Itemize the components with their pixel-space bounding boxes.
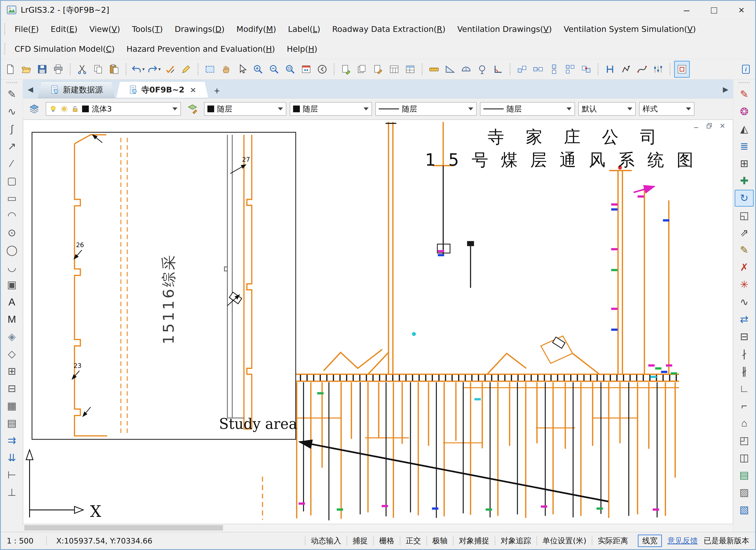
zoom-out-button[interactable]	[266, 61, 282, 78]
arc-start-button[interactable]: ◠	[2, 207, 21, 224]
array-copy-3-button[interactable]	[546, 61, 562, 78]
select-cursor-button[interactable]	[234, 61, 250, 78]
tab-close-icon[interactable]: ×	[190, 85, 196, 94]
move-button[interactable]: ✚	[735, 172, 754, 189]
circle-center-button[interactable]: ⊙	[2, 224, 21, 241]
spline-curve-button[interactable]: ∫	[2, 121, 21, 137]
construction-line-button[interactable]: ∕	[2, 155, 21, 172]
point-star-button[interactable]: ✳	[735, 276, 754, 293]
print-button[interactable]	[50, 61, 66, 78]
insert-grid-button[interactable]: ⊞	[2, 363, 21, 380]
info-help-button[interactable]: i	[738, 61, 754, 78]
status-toggle-[interactable]: 动态输入	[307, 536, 345, 546]
layer-select[interactable]: 流体3	[46, 102, 181, 116]
trim-box-button[interactable]: ⊟	[735, 328, 754, 345]
quad-corner-button[interactable]: ◰	[735, 432, 754, 449]
array-copy-4-button[interactable]	[562, 61, 578, 78]
minimize-icon[interactable]: –	[673, 2, 700, 18]
text-single-button[interactable]: A	[2, 294, 21, 310]
status-toggle-[interactable]: 对象捕捉	[455, 536, 494, 546]
erase-cross-button[interactable]: ✗	[735, 259, 754, 276]
text-style-select[interactable]: 样式	[639, 102, 694, 116]
menu-cfd-simulation-model-c[interactable]: CFD Simulation Model(C)	[9, 44, 121, 54]
menu-drawings-d[interactable]: Drawings(D)	[169, 24, 231, 34]
previous-view-button[interactable]	[314, 61, 330, 78]
measure-angle-button[interactable]	[490, 61, 506, 78]
maximize-icon[interactable]: □	[700, 2, 728, 18]
tab-scroll-left-icon[interactable]: ◀	[23, 80, 38, 98]
match-check-button[interactable]	[162, 61, 178, 78]
status-toggle-[interactable]: 捕捉	[348, 536, 372, 546]
adjust-sliders-button[interactable]	[650, 61, 666, 78]
array-copy-1-button[interactable]	[514, 61, 530, 78]
copy-button[interactable]	[90, 61, 106, 78]
arc-button[interactable]: ◡	[2, 259, 21, 276]
section-beam-button[interactable]	[602, 61, 618, 78]
layer-manager-button[interactable]	[26, 101, 42, 117]
polygon-home-button[interactable]: ⌂	[735, 415, 754, 432]
tab-scroll-right-icon[interactable]: ▶	[718, 80, 733, 98]
corner-neg-button[interactable]: ⌐	[735, 397, 754, 414]
tab-[interactable]: 新建数据源	[38, 81, 115, 98]
table-grid-button[interactable]: ▦	[2, 397, 21, 414]
dimension-horizontal-button[interactable]: ⊢	[2, 467, 21, 484]
save-file-button[interactable]	[34, 61, 50, 78]
measure-ruler-button[interactable]	[426, 61, 442, 78]
new-file-button[interactable]	[2, 61, 18, 78]
array-copy-red-button[interactable]	[578, 61, 594, 78]
child-close-icon[interactable]	[718, 122, 727, 130]
break-line-button[interactable]: ∤	[735, 345, 754, 362]
status-toggle-[interactable]: 栅格	[375, 536, 399, 546]
open-file-button[interactable]	[18, 61, 34, 78]
measure-slope-button[interactable]	[442, 61, 458, 78]
tab-0f9b-2[interactable]: 寺0F9B~2×	[116, 81, 208, 98]
status-toggle-[interactable]: 实际距离	[594, 536, 632, 546]
horizontal-scrollbar[interactable]	[23, 524, 733, 532]
array-vertical-button[interactable]: ⇊	[2, 449, 21, 466]
break-parallel-button[interactable]: ∦	[735, 363, 754, 380]
hatch-dense-button[interactable]: ▨	[735, 484, 754, 501]
menu-ventilation-system-simulation-v[interactable]: Ventilation System Simulation(V)	[558, 24, 702, 34]
grid-display-button[interactable]	[674, 61, 690, 78]
plot-style-select[interactable]: 默认	[578, 102, 636, 116]
menu-roadway-data-extraction-r[interactable]: Roadway Data Extraction(R)	[326, 24, 451, 34]
lineweight-toggle[interactable]: 线宽	[638, 535, 662, 547]
color-select[interactable]: 随层	[204, 102, 286, 116]
freehand-wave-button[interactable]: ∿	[2, 103, 21, 120]
array-horizontal-button[interactable]: ⇉	[2, 432, 21, 449]
array-copy-2-button[interactable]	[530, 61, 546, 78]
rounded-rect-button[interactable]: ▢	[2, 172, 21, 189]
export-page-button[interactable]: ⇗	[735, 224, 754, 241]
doc-stack-button[interactable]	[354, 61, 370, 78]
measure-plumb-button[interactable]	[474, 61, 490, 78]
pan-button[interactable]	[218, 61, 234, 78]
curve-fit-button[interactable]	[634, 61, 650, 78]
feedback-link[interactable]: 意见反馈	[667, 536, 698, 546]
drawing-canvas[interactable]: 寺家庄公司 15号煤层通风系统图	[23, 120, 733, 524]
new-tab-button[interactable]: +	[210, 83, 224, 98]
dimension-vertical-button[interactable]: ⊥	[2, 484, 21, 501]
rotate-button[interactable]: ↻	[735, 190, 754, 207]
scale-corner-button[interactable]: ◱	[735, 207, 754, 224]
box-3d-button[interactable]: ◫	[735, 449, 754, 466]
menu-help-h[interactable]: Help(H)	[281, 44, 323, 54]
grid-four-button[interactable]: ⊞	[735, 155, 754, 172]
named-view-button[interactable]	[298, 61, 314, 78]
menu-label-l[interactable]: Label(L)	[282, 24, 326, 34]
polyline-arrow-button[interactable]	[618, 61, 634, 78]
layer-paint-button[interactable]: ▧	[735, 501, 754, 518]
table-window-blue-button[interactable]	[402, 61, 418, 78]
scrollbar-thumb[interactable]	[24, 525, 223, 531]
status-toggle-[interactable]: 对象追踪	[496, 536, 535, 546]
draw-pen-button[interactable]: ✎	[735, 242, 754, 259]
menu-modify-m[interactable]: Modify(M)	[230, 24, 282, 34]
insert-block-button[interactable]: ⊟	[2, 380, 21, 397]
child-restore-icon[interactable]	[705, 122, 714, 130]
image-frame-button[interactable]: ▣	[2, 276, 21, 293]
redo-button[interactable]: ▾	[146, 61, 162, 78]
measure-protractor-button[interactable]	[458, 61, 474, 78]
text-multi-button[interactable]: M	[2, 311, 21, 328]
linetype-select[interactable]: 随层	[375, 102, 477, 116]
edit-pen-button[interactable]	[178, 61, 194, 78]
chevron-down-icon[interactable]: ▾	[158, 66, 161, 72]
